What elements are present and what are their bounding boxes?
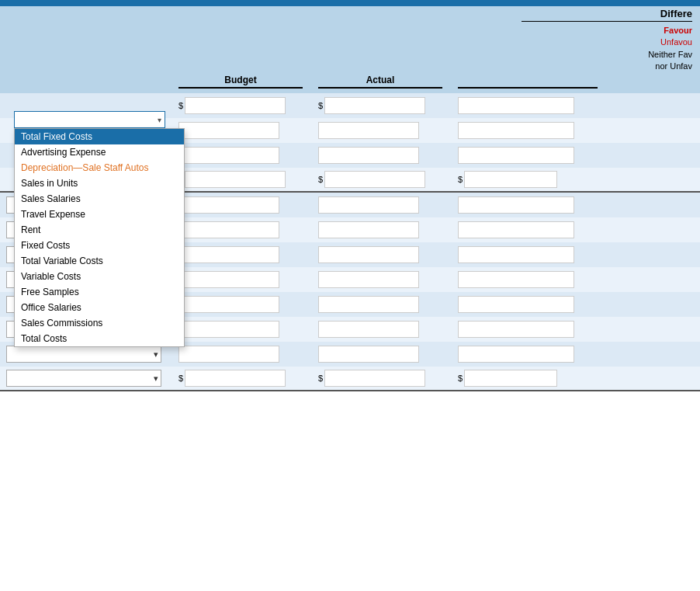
r4-d[interactable] [464,171,557,188]
diff-title: Differe [522,8,692,22]
dropdown-item-4[interactable]: Sales Salaries [15,191,184,207]
dropdown-item-7[interactable]: Fixed Costs [15,238,184,253]
row2-diff [458,122,582,139]
dropdown-overlay: ▾ Total Fixed Costs Advertising Expense … [14,111,185,347]
r9-d[interactable] [458,296,574,313]
row-7-inputs [178,246,677,263]
first-row-inputs: $ $ [178,97,677,114]
r3-d[interactable] [458,147,574,164]
row-4-inputs: $ $ $ [178,171,677,188]
last-select[interactable] [6,370,161,387]
first-actual-input[interactable] [324,97,425,114]
r10-b[interactable] [178,321,279,338]
top-bar [0,0,700,6]
dropdown-item-10[interactable]: Free Samples [15,284,184,300]
r7-d[interactable] [458,246,574,263]
r9-b[interactable] [178,296,279,313]
r7-a[interactable] [318,246,419,263]
diff-col-header: Differe Favour Unfavou Neither Fav nor U… [522,8,700,73]
r8-d[interactable] [458,271,574,288]
r5-a[interactable] [318,196,419,214]
r4-a[interactable] [324,171,425,188]
r6-a[interactable] [318,221,419,238]
r3-b[interactable] [178,147,279,164]
row-2-inputs [178,122,677,139]
first-budget-group: $ [178,97,303,114]
row-11-inputs [178,346,677,363]
col-headers-row: Budget Actual [0,75,700,93]
dropdown-list: Total Fixed Costs Advertising Expense De… [14,128,185,347]
row-6-inputs [178,221,677,238]
diff-col-header-label [458,85,598,89]
r6-b[interactable] [178,221,279,238]
r11-a[interactable] [318,346,419,363]
r5-d[interactable] [458,196,574,214]
dropdown-trigger[interactable]: ▾ [14,111,165,128]
row-5-inputs [178,196,677,214]
first-diff-input[interactable] [458,97,574,114]
row2-actual-input[interactable] [318,122,419,139]
last-row-label [0,370,178,387]
first-diff-group [458,97,582,114]
r7-b[interactable] [178,246,279,263]
row-11-select[interactable] [6,346,161,363]
dropdown-item-11[interactable]: Office Salaries [15,300,184,315]
row2-diff-input[interactable] [458,122,574,139]
r8-a[interactable] [318,271,419,288]
dropdown-item-1[interactable]: Advertising Expense [15,144,184,160]
first-budget-input[interactable] [185,97,286,114]
r11-b[interactable] [178,346,279,363]
diff-sub: Favour Unfavou Neither Fav nor Unfav [522,25,692,73]
dropdown-item-9[interactable]: Variable Costs [15,269,184,284]
budget-col-header: Budget [178,75,303,89]
row-9-inputs [178,296,677,313]
r10-d[interactable] [458,321,574,338]
last-a[interactable] [324,370,425,387]
r10-a[interactable] [318,321,419,338]
page-wrapper: Differe Favour Unfavou Neither Fav nor U… [0,0,700,591]
chevron-down-icon: ▾ [158,116,161,124]
budget-dollar-1: $ [178,101,183,110]
row-10-inputs [178,321,677,338]
row2-actual [318,122,442,139]
first-actual-group: $ [318,97,442,114]
row-8-inputs [178,271,677,288]
last-b[interactable] [185,370,286,387]
row2-budget-input[interactable] [178,122,279,139]
last-row: $ $ $ [0,367,700,391]
last-d[interactable] [464,370,557,387]
r9-a[interactable] [318,296,419,313]
row-3-inputs [178,147,677,164]
r6-d[interactable] [458,221,574,238]
neither-label: Neither Fav [648,50,692,59]
last-row-inputs: $ $ $ [178,370,677,387]
dropdown-item-12[interactable]: Sales Commissions [15,315,184,331]
dropdown-item-3[interactable]: Sales in Units [15,176,184,191]
header-area: Differe Favour Unfavou Neither Fav nor U… [0,0,700,93]
dropdown-item-6[interactable]: Rent [15,222,184,238]
dropdown-item-2[interactable]: Depreciation—Sale Staff Autos [15,160,184,176]
row-11-label [0,346,178,363]
favour-label: Favour [664,26,692,35]
unfavour-label: Unfavou [660,37,692,47]
nor-label: nor Unfav [655,61,692,71]
r11-d[interactable] [458,346,574,363]
dropdown-item-13[interactable]: Total Costs [15,331,184,346]
actual-dollar-1: $ [318,101,323,110]
r5-b[interactable] [178,196,279,214]
actual-col-header: Actual [318,75,442,89]
dropdown-item-0[interactable]: Total Fixed Costs [15,129,184,144]
row2-budget [178,122,303,139]
dropdown-item-8[interactable]: Total Variable Costs [15,253,184,269]
r3-a[interactable] [318,147,419,164]
r8-b[interactable] [178,271,279,288]
dropdown-item-5[interactable]: Travel Expense [15,207,184,222]
r4-b[interactable] [185,171,286,188]
